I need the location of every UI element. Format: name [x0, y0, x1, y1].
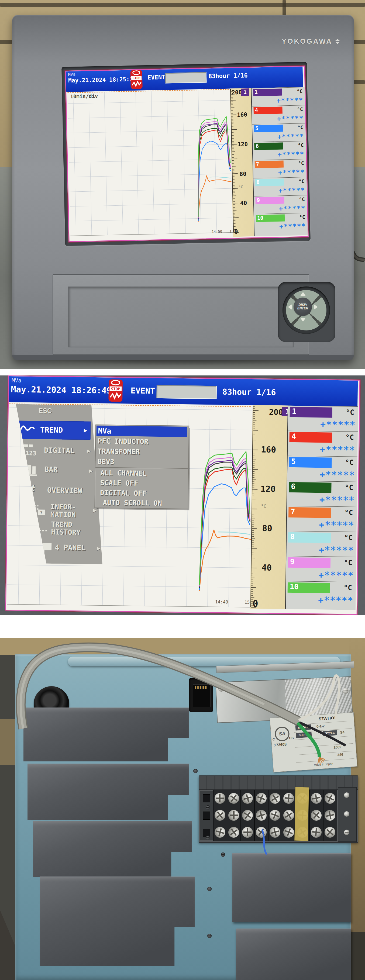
submenu-item-bev3[interactable]: BEV3	[97, 457, 114, 466]
enter-label: ENTER	[297, 307, 308, 310]
information-icon: ?	[26, 503, 47, 517]
event-label: EVENT	[131, 386, 155, 396]
yokogawa-mark-icon	[335, 39, 340, 44]
channel-row: 7 °C +*****	[287, 506, 357, 532]
group-name: MVa	[68, 72, 75, 77]
menu-item-information[interactable]: ? INFOR- MATION ▶	[16, 501, 105, 520]
unit-base-edge	[12, 355, 354, 360]
channel-color-bar: 4	[289, 432, 332, 443]
channel-value: +*****	[320, 419, 356, 430]
menu-item-esc[interactable]: ESC	[38, 407, 52, 415]
submenu-item-all-channel[interactable]: ALL CHANNEL	[100, 469, 147, 477]
menu-item-overview[interactable]: # OVERVIEW	[16, 482, 102, 498]
menu-item-digital[interactable]: 123 DIGITAL ▶	[16, 443, 97, 460]
channel-color-bar: 6	[254, 142, 283, 150]
channel-value: +*****	[319, 519, 354, 530]
menu-item-trend[interactable]: TREND ▶	[17, 420, 91, 440]
channel-value: +*****	[319, 544, 354, 555]
white-wire	[299, 676, 339, 720]
channel-unit: °C	[298, 142, 304, 148]
svg-text:STOP: STOP	[111, 387, 120, 391]
menu-item-bar[interactable]: BAR ▶	[16, 461, 100, 478]
channel-row: 10 °C +*****	[254, 213, 308, 235]
channel-row: 5 °C +*****	[252, 123, 306, 142]
channel-color-bar: 9	[255, 196, 284, 204]
channel-unit: °C	[298, 161, 304, 166]
channel-unit: °C	[297, 124, 303, 130]
scale-strip	[230, 88, 254, 237]
datetime: May.21.2024 18:26:49	[11, 384, 112, 395]
channel-row: 10 °C +*****	[286, 581, 356, 610]
copper-strands	[318, 757, 325, 765]
channel-color-bar: 7	[255, 161, 284, 168]
channel-color-bar: 8	[255, 178, 284, 186]
channel-value: +*****	[318, 570, 354, 581]
scale-tick: 160	[237, 111, 247, 118]
channel-unit: °C	[345, 483, 354, 492]
channel-row: 9 °C +*****	[286, 556, 356, 582]
screen-bezel: MVa May.21.2024 18:25:28 STOP EVENT 83ho…	[61, 62, 311, 246]
scale-tick: 80	[239, 170, 246, 177]
disp-enter-button[interactable]: DISP/ ENTER	[293, 298, 312, 316]
overview-icon: #	[27, 482, 35, 496]
event-label: EVENT	[147, 74, 166, 81]
submenu-item-scale-off[interactable]: SCALE OFF	[100, 479, 138, 487]
down-arrow-button[interactable]	[300, 318, 306, 322]
channel-color-bar: 10	[288, 582, 330, 593]
time-label: 15:4	[244, 600, 255, 605]
scale-channel-tag: 1	[241, 88, 249, 96]
submenu-arrow-icon: ▶	[89, 468, 92, 474]
gray-cable	[0, 638, 365, 980]
menu-item-4panel[interactable]: 4 PANEL ▶	[15, 539, 107, 557]
time-div-label: 10min/div	[70, 93, 98, 99]
channel-color-bar: 1	[253, 88, 282, 96]
duration-page: 83hour 1/16	[208, 72, 248, 80]
submenu-arrow-icon: ▶	[97, 546, 100, 551]
channel-color-bar: 1	[290, 407, 332, 418]
channel-row: 6 °C +*****	[253, 141, 306, 161]
scale-unit: °C	[261, 503, 266, 509]
up-arrow-button[interactable]	[300, 292, 306, 296]
event-progress-bar	[156, 385, 217, 399]
media-door[interactable]	[53, 274, 309, 355]
submenu-divider	[96, 467, 188, 469]
group-name: MVa	[11, 377, 21, 383]
dpad-recess: DISP/ ENTER	[278, 282, 335, 342]
left-arrow-button[interactable]	[288, 304, 292, 310]
scale-tick: 120	[237, 141, 248, 148]
menu-item-label: TREND	[51, 520, 72, 528]
channel-unit: °C	[343, 584, 352, 592]
channel-color-bar: 9	[288, 557, 330, 568]
channel-value-panel: 1 °C +***** 4 °C +***** 5 °C +***** 6 °C…	[285, 406, 358, 610]
channel-unit: °C	[345, 458, 354, 466]
submenu-item-digital-off[interactable]: DIGITAL OFF	[100, 488, 147, 497]
channel-color-bar: 8	[288, 532, 331, 543]
submenu-item-transfomer[interactable]: TRANSFOMER	[97, 447, 140, 456]
channel-row: 1 °C +*****	[252, 87, 305, 107]
main-menu: ESC TREND ▶ 123 DIGITAL ▶ BAR ▶ # OVERVI…	[14, 404, 105, 565]
right-arrow-button[interactable]	[314, 304, 318, 310]
svg-text:STOP: STOP	[132, 76, 140, 80]
trend-history-icon	[30, 522, 49, 534]
submenu-item-auto-scroll-on[interactable]: AUTO SCROLL ON	[103, 498, 162, 507]
time-label: 14:50	[212, 229, 222, 234]
menu-item-label: INFOR-	[50, 503, 76, 511]
scale-tick: 40	[262, 563, 272, 573]
submenu-selected-row[interactable]: MVa	[97, 426, 187, 437]
scale-tick: 80	[262, 523, 272, 533]
photo-front-view: YOKOGAWA MVa May.21.2024 18:25:28 STOP E…	[0, 0, 365, 369]
channel-value: +*****	[279, 222, 306, 231]
channel-unit: °C	[344, 508, 353, 516]
scale-tick: 40	[240, 200, 247, 207]
menu-item-label: DIGITAL	[44, 446, 75, 455]
lcd-screen-menu: MVa May.21.2024 18:26:49 STOP EVENT 83ho…	[5, 375, 360, 615]
digital-icon: 123	[19, 444, 40, 457]
four-panel-icon	[32, 540, 53, 555]
channel-value: +*****	[279, 186, 305, 195]
svg-text:?: ?	[40, 510, 43, 515]
submenu-item-pfc-inductor[interactable]: PFC INDUCTOR	[97, 437, 148, 445]
door-recess	[68, 286, 294, 347]
channel-row: 7 °C +*****	[253, 159, 307, 178]
menu-item-label: OVERVIEW	[47, 486, 82, 495]
menu-item-trend-history[interactable]: TREND HISTORY	[15, 519, 105, 539]
